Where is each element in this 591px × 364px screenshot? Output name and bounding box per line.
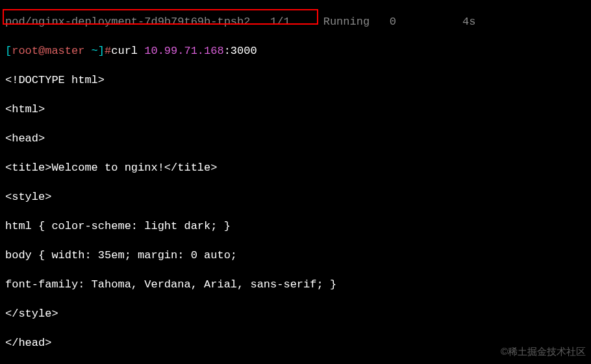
output-line: <head> [5, 132, 586, 147]
output-line: html { color-scheme: light dark; } [5, 219, 586, 234]
pod-status-line: pod/nginx-deployment-7d9b79t69b-tpsb2 1/… [5, 15, 586, 30]
output-line: </head> [5, 336, 586, 351]
output-line: <style> [5, 190, 586, 205]
watermark-text: ©稀土掘金技术社区 [501, 345, 586, 359]
output-line: font-family: Tahoma, Verdana, Arial, san… [5, 278, 586, 293]
output-line: </style> [5, 307, 586, 322]
terminal-output[interactable]: pod/nginx-deployment-7d9b79t69b-tpsb2 1/… [0, 0, 591, 364]
command-prompt-line: [root@master ~]#curl 10.99.71.168:3000 [5, 44, 586, 59]
output-line: <html> [5, 103, 586, 117]
output-line: <title>Welcome to nginx!</title> [5, 161, 586, 176]
output-line: <!DOCTYPE html> [5, 73, 586, 88]
output-line: body { width: 35em; margin: 0 auto; [5, 249, 586, 263]
